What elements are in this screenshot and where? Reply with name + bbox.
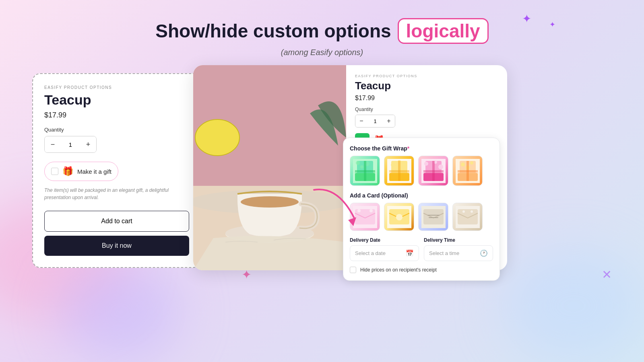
header-title-text: Show/hide custom options [155, 20, 391, 42]
card-option-2[interactable] [384, 203, 414, 231]
header-subtitle: (among Easify options) [0, 48, 644, 57]
delivery-date-placeholder: Select a date [355, 250, 386, 256]
svg-rect-48 [423, 209, 444, 224]
header-title: Show/hide custom options logically [155, 18, 488, 44]
product-image-area [193, 65, 346, 270]
svg-rect-31 [423, 170, 444, 173]
left-buy-it-now-button[interactable]: Buy it now [44, 236, 189, 256]
left-qty-control: − 1 + [44, 136, 97, 153]
card-option-3[interactable] [418, 203, 448, 231]
right-product-title: Teacup [355, 80, 498, 92]
required-marker: * [407, 145, 409, 152]
hide-prices-label: Hide prices on on recipient's receipt [360, 267, 437, 273]
wrap-option-1[interactable] [350, 156, 380, 186]
wrap-option-1-img [350, 156, 380, 185]
svg-point-11 [356, 161, 360, 165]
gift-options-popup: Choose the Gift Wrap* [343, 138, 500, 281]
right-qty-control: − 1 + [355, 115, 395, 128]
left-easify-label: EASIFY PRODUCT OPTIONS [44, 85, 189, 90]
svg-rect-23 [389, 170, 409, 173]
svg-rect-50 [429, 217, 438, 218]
delivery-time-label: Delivery Time [424, 237, 493, 243]
gift-wrap-options [350, 156, 493, 186]
gift-wrap-title: Choose the Gift Wrap* [350, 145, 493, 152]
delivery-date-label: Delivery Date [350, 237, 419, 243]
card-options [350, 203, 493, 231]
delivery-row: Delivery Date Select a date 📅 Delivery T… [350, 237, 493, 261]
right-qty-value: 1 [367, 118, 383, 124]
left-qty-label: Quantity [44, 127, 189, 133]
delivery-time-placeholder: Select a time [429, 250, 459, 256]
svg-point-12 [360, 165, 363, 169]
left-product-title: Teacup [44, 92, 189, 108]
right-easify-label: EASIFY PRODUCT OPTIONS [355, 74, 498, 78]
svg-point-53 [462, 210, 465, 213]
svg-point-21 [404, 165, 407, 168]
left-qty-increase[interactable]: + [80, 136, 96, 152]
left-gift-label: Make it a gift [77, 168, 111, 175]
svg-point-35 [461, 162, 465, 167]
delivery-time-col: Delivery Time Select a time 🕐 [424, 237, 493, 261]
wrap-option-3-img [419, 156, 448, 185]
add-card-title: Add a Card (Optional) [350, 192, 493, 199]
arrow-indicator [306, 182, 366, 230]
right-qty-increase[interactable]: + [383, 115, 395, 127]
left-gift-row[interactable]: 🎁 Make it a gift [44, 162, 118, 181]
teacup-illustration [193, 65, 346, 270]
hide-prices-checkbox[interactable] [350, 267, 356, 273]
left-add-to-cart-button[interactable]: Add to cart [44, 211, 189, 232]
delivery-time-input[interactable]: Select a time 🕐 [424, 245, 493, 261]
right-product-price: $17.99 [355, 95, 498, 102]
svg-rect-15 [355, 170, 375, 173]
left-gift-checkbox[interactable] [51, 168, 58, 175]
svg-point-27 [424, 162, 428, 166]
card-option-4[interactable] [452, 203, 483, 231]
wrap-option-2-img [384, 156, 414, 185]
left-product-price: $17.99 [44, 111, 189, 119]
left-qty-decrease[interactable]: − [45, 136, 61, 152]
svg-point-54 [471, 210, 473, 213]
svg-point-29 [438, 165, 443, 169]
product-image [193, 65, 346, 270]
clock-icon: 🕐 [480, 249, 488, 257]
right-qty-decrease[interactable]: − [355, 115, 367, 127]
delivery-date-input[interactable]: Select a date 📅 [350, 245, 419, 261]
svg-point-43 [369, 209, 373, 212]
wrap-option-3[interactable] [418, 156, 448, 186]
svg-point-19 [391, 162, 396, 167]
wrap-option-4[interactable] [452, 156, 483, 186]
svg-rect-39 [458, 170, 478, 173]
left-qty-value: 1 [61, 141, 80, 148]
right-qty-label: Quantity [355, 107, 498, 112]
hide-prices-row[interactable]: Hide prices on on recipient's receipt [350, 267, 493, 273]
left-product-card: EASIFY PRODUCT OPTIONS Teacup $17.99 Qua… [32, 73, 201, 268]
main-content: EASIFY PRODUCT OPTIONS Teacup $17.99 Qua… [0, 57, 644, 280]
header: Show/hide custom options logically (amon… [0, 0, 644, 57]
wrap-option-2[interactable] [384, 156, 414, 186]
svg-rect-52 [458, 209, 478, 224]
left-gift-description: The item(s) will be packaged in an elega… [44, 187, 189, 201]
wrap-option-4-img [453, 156, 482, 185]
svg-point-7 [241, 196, 299, 208]
calendar-icon: 📅 [406, 249, 414, 257]
svg-point-36 [470, 161, 473, 165]
left-gift-box-icon: 🎁 [62, 166, 73, 177]
svg-point-46 [396, 214, 402, 220]
delivery-date-col: Delivery Date Select a date 📅 [350, 237, 419, 261]
svg-rect-49 [427, 215, 440, 216]
header-logically: logically [398, 18, 489, 44]
